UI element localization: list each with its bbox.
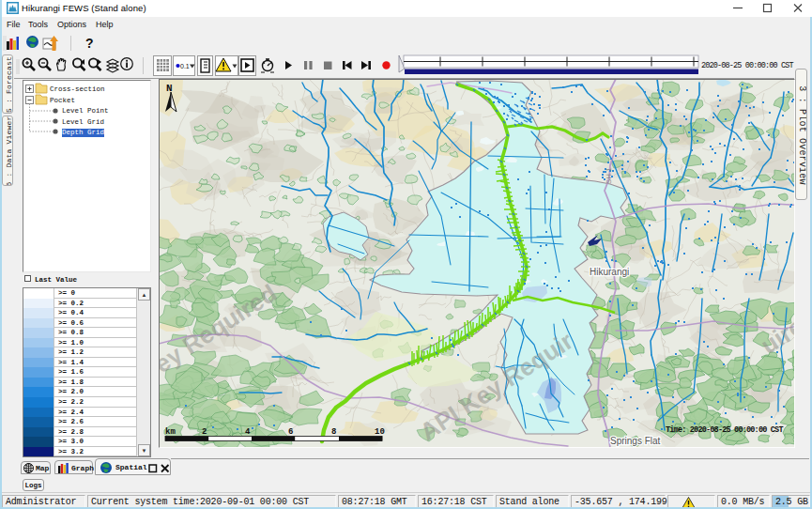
svg-text:Springs Flat: Springs Flat: [610, 436, 661, 446]
svg-text:4: 4: [245, 427, 251, 437]
svg-text:2: 2: [202, 427, 207, 437]
svg-text:SH 1: SH 1: [605, 167, 613, 184]
svg-text:N: N: [166, 83, 173, 94]
svg-text:?: ?: [85, 36, 94, 51]
svg-text:Time: 2020-08-25 00:00:00 CST: Time: 2020-08-25 00:00:00 CST: [666, 425, 783, 435]
svg-text:8: 8: [331, 427, 336, 437]
svg-text:0.1: 0.1: [180, 63, 190, 69]
svg-text:10: 10: [375, 427, 385, 437]
svg-text:2020-08-25 00:00:00 CST: 2020-08-25 00:00:00 CST: [701, 61, 794, 70]
svg-text:Hikurangi: Hikurangi: [590, 267, 629, 277]
svg-text:6: 6: [288, 427, 293, 437]
svg-text:km: km: [165, 427, 176, 437]
